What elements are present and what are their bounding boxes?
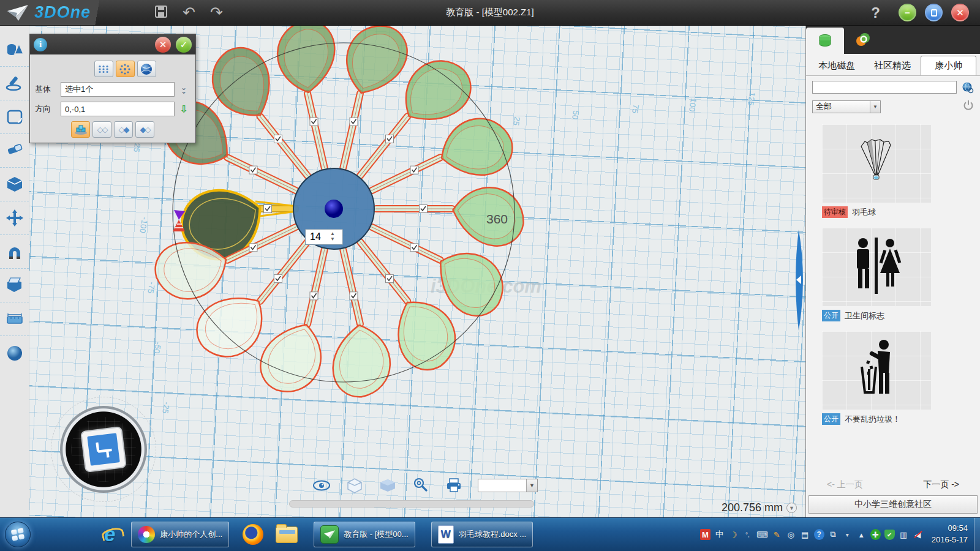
primitives-tool[interactable] xyxy=(0,33,29,67)
instance-checkbox[interactable] xyxy=(350,292,358,300)
moon-icon[interactable]: ☽ xyxy=(728,529,739,540)
confirm-button[interactable]: ✓ xyxy=(176,37,192,53)
magnifier-tray-icon[interactable]: ◎ xyxy=(786,529,796,540)
scale-dropdown-icon[interactable]: ▼ xyxy=(786,503,797,513)
shaded-view-icon[interactable] xyxy=(379,478,397,493)
volume-muted-icon[interactable]: ◀ xyxy=(913,529,923,540)
spacing-option-1-button[interactable]: ◇◇ xyxy=(92,121,111,138)
magnet-snap-tool[interactable] xyxy=(0,235,29,269)
move-tool[interactable] xyxy=(0,201,29,235)
viewcube-front-face[interactable] xyxy=(87,433,119,465)
internet-explorer-icon[interactable]: e xyxy=(104,523,115,546)
pick-direction-icon[interactable]: ⇩ xyxy=(177,103,190,115)
viewport-3d[interactable]: i3DOne.com 255075100125-125-100-75-50-25… xyxy=(29,26,805,517)
instance-checkbox[interactable] xyxy=(410,244,418,252)
model-thumbnail[interactable] xyxy=(822,228,931,306)
maxthon-icon[interactable]: M xyxy=(700,529,710,540)
spacing-option-2-button[interactable]: ◇◆ xyxy=(114,121,133,138)
sidebar-tab-0[interactable]: 本地磁盘 xyxy=(810,56,864,75)
pattern-count-input[interactable] xyxy=(306,230,330,244)
degree-icon[interactable]: °, xyxy=(742,529,753,540)
model-card-2[interactable]: 公开 不要乱扔垃圾！ xyxy=(822,331,967,425)
instance-checkbox[interactable] xyxy=(310,292,318,300)
model-thumbnail[interactable] xyxy=(822,124,931,203)
feather-instance[interactable] xyxy=(301,241,407,410)
combine-tool[interactable] xyxy=(0,269,29,302)
firefox-icon[interactable] xyxy=(243,524,263,545)
render-sphere-tool[interactable] xyxy=(0,336,29,370)
instance-checkbox[interactable] xyxy=(274,135,282,143)
search-input[interactable] xyxy=(812,81,957,94)
model-thumbnail[interactable] xyxy=(822,331,931,410)
info-icon[interactable]: i xyxy=(34,38,47,51)
sidebar-tab-1[interactable]: 社区精选 xyxy=(865,56,920,75)
view-cube[interactable] xyxy=(60,406,147,493)
instance-checkbox[interactable] xyxy=(410,166,418,174)
view-preset-combobox[interactable]: ▼ xyxy=(478,479,538,492)
minimize-button[interactable]: − xyxy=(899,4,916,21)
search-globe-icon[interactable] xyxy=(962,81,974,94)
zoom-icon[interactable] xyxy=(412,478,430,493)
instance-checkbox[interactable] xyxy=(386,275,394,283)
keyboard-icon[interactable]: ⌨ xyxy=(756,529,768,540)
help-tray-icon[interactable]: ? xyxy=(814,529,824,540)
expand-chevron-icon[interactable]: ⌄⌄ xyxy=(177,86,190,93)
local-library-tab[interactable] xyxy=(806,28,844,54)
visibility-eye-icon[interactable] xyxy=(312,478,331,493)
start-button[interactable] xyxy=(5,522,31,547)
instance-checkbox[interactable] xyxy=(310,118,318,126)
prev-page-button[interactable]: <- 上一页 xyxy=(827,479,863,490)
pen-input-icon[interactable]: ✎ xyxy=(772,529,782,540)
wireframe-view-icon[interactable] xyxy=(345,478,364,493)
help-button[interactable]: ? xyxy=(871,4,880,21)
model-card-0[interactable]: 待审核 羽毛球 xyxy=(822,124,967,218)
model-card-1[interactable]: 公开 卫生间标志 xyxy=(822,228,967,321)
viewport-slider[interactable] xyxy=(289,500,534,508)
next-page-button[interactable]: 下一页 -> xyxy=(923,479,959,490)
pattern-mode-instance-button[interactable] xyxy=(71,121,90,138)
solid-edit-tool[interactable] xyxy=(0,168,29,201)
restore-window-icon[interactable]: ⧉ xyxy=(828,529,839,540)
combobox-arrow-icon[interactable]: ▼ xyxy=(526,479,537,492)
instance-checkbox[interactable] xyxy=(249,244,257,252)
explorer-folder-icon[interactable] xyxy=(276,527,298,543)
circular-pattern-button[interactable] xyxy=(116,61,135,77)
logout-power-icon[interactable] xyxy=(963,100,974,113)
community-library-tab[interactable] xyxy=(844,26,882,54)
sphere-pattern-button[interactable] xyxy=(137,61,156,77)
print-icon[interactable] xyxy=(445,478,463,493)
linear-pattern-button[interactable] xyxy=(94,61,113,77)
origin-sphere[interactable] xyxy=(325,200,343,218)
sidebar-collapse-arrow[interactable] xyxy=(791,230,806,333)
taskbar-clock[interactable]: 09:54 2016-5-17 xyxy=(928,523,974,546)
show-desktop-button[interactable] xyxy=(974,518,980,551)
instance-checkbox[interactable] xyxy=(274,275,282,283)
instance-checkbox[interactable] xyxy=(249,166,257,174)
shield-icon[interactable]: ✔ xyxy=(884,530,895,540)
sketch-tool[interactable] xyxy=(0,67,29,100)
safe360-icon[interactable]: ✚ xyxy=(870,529,881,540)
spacing-option-3-button[interactable]: ◆◇ xyxy=(135,121,154,138)
taskbar-window-0[interactable]: 康小帅的个人创... xyxy=(131,522,229,547)
edit-sketch-tool[interactable] xyxy=(0,100,29,134)
close-button[interactable]: ✕ xyxy=(951,4,969,21)
taskbar-window-2[interactable]: W羽毛球教程.docx ... xyxy=(431,522,533,547)
save-button[interactable] xyxy=(154,5,168,21)
instance-checkbox[interactable] xyxy=(264,205,272,213)
category-select[interactable]: 全部 ▼ xyxy=(812,100,881,113)
direction-input[interactable] xyxy=(61,102,175,116)
maximize-button[interactable] xyxy=(925,4,943,21)
sidebar-tab-2[interactable]: 康小帅 xyxy=(921,56,976,75)
network-icon[interactable]: ▥ xyxy=(899,529,909,540)
show-hidden-icons[interactable]: ▴ xyxy=(856,529,867,540)
ime-chinese-icon[interactable]: 中 xyxy=(714,529,725,540)
base-value-field[interactable]: 选中1个 xyxy=(61,82,175,97)
pattern-count-spinner[interactable]: ▲▼ xyxy=(305,229,343,245)
redo-button[interactable]: ↷ xyxy=(210,5,223,20)
undo-button[interactable]: ↶ xyxy=(183,5,195,20)
eraser-tool[interactable] xyxy=(0,134,29,168)
measure-tool[interactable] xyxy=(0,302,29,336)
document-tray-icon[interactable]: ▤ xyxy=(800,529,810,540)
instance-checkbox[interactable] xyxy=(420,205,428,213)
community-site-button[interactable]: 中小学三维创意社区 xyxy=(809,495,978,514)
